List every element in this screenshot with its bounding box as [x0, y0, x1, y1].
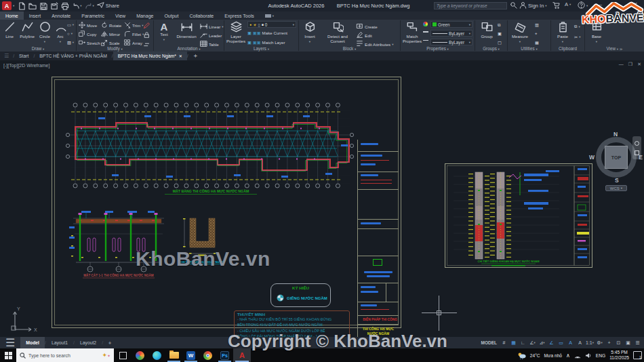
tab-express-tools[interactable]: Express Tools [219, 12, 259, 20]
match-layer-button[interactable]: ▣▣▣Match Layer [247, 40, 285, 45]
start-button[interactable] [0, 348, 16, 362]
ortho-toggle[interactable]: ∟ [519, 338, 527, 347]
notification-center-icon[interactable]: 1 [633, 351, 642, 359]
weather-label[interactable]: Mưa nhỏ [544, 353, 562, 358]
isolate-objects-toggle[interactable]: ⊡ [614, 338, 623, 347]
redo-button[interactable]: ▾ [85, 2, 94, 10]
vp-minimize-button[interactable]: — [619, 62, 624, 67]
osnap-toggle[interactable]: ∠ [547, 338, 556, 347]
tab-annotate[interactable]: Annotate [46, 12, 76, 20]
annotation-scale-toggle[interactable]: 1:1▾ [585, 338, 595, 347]
annotation-visibility-toggle[interactable]: A [566, 338, 575, 347]
layer-properties-button[interactable]: Layer Properties [226, 21, 246, 43]
detect-convert-button[interactable]: Detect and Convert [322, 21, 353, 43]
viewcube-west[interactable]: W [589, 154, 595, 161]
layout-tab-layout2[interactable]: Layout2 [75, 337, 102, 348]
open-file-button[interactable] [28, 2, 37, 10]
match-properties-button[interactable]: Match Properties [402, 21, 422, 43]
panel-title-properties[interactable]: Properties ▾ [401, 46, 475, 51]
volume-icon[interactable] [585, 353, 592, 359]
autoscale-toggle[interactable]: A [576, 338, 584, 347]
panel-title-view[interactable]: View ▾ ≫ [585, 46, 644, 51]
panel-title-modify[interactable]: Modify ▾ [77, 46, 153, 51]
undo-button[interactable]: ▾ [72, 2, 81, 10]
viewport-controls[interactable]: [-][Top][2D Wireframe] [3, 63, 49, 68]
isodraft-toggle[interactable]: ⊿▾ [538, 338, 546, 347]
vp-restore-button[interactable]: ❐ [628, 62, 632, 67]
drawing-canvas[interactable]: [-][Top][2D Wireframe] —❐✕ MẶT BẰNG THI … [0, 60, 644, 337]
autocad-app-icon[interactable]: A [2, 1, 12, 10]
dimension-button[interactable]: Dimension [174, 21, 199, 39]
panel-title-clipboard[interactable]: Clipboard [551, 46, 584, 51]
navigation-bar[interactable] [632, 136, 641, 159]
new-layout-button[interactable]: ＋ [103, 339, 117, 346]
share-button[interactable]: Share [97, 1, 119, 10]
autocad-app-icon-taskbar[interactable]: A [233, 348, 251, 362]
new-file-button[interactable] [18, 2, 26, 10]
store-cart-button[interactable] [552, 1, 560, 10]
rectangle-button[interactable]: ▭▾ [67, 22, 74, 27]
layout-tab-layout1[interactable]: Layout1 [46, 337, 73, 348]
circle-button[interactable]: Circle▾ [37, 21, 53, 44]
linetype-select[interactable]: ByLayer▾ [430, 30, 472, 37]
customization-gear-toggle[interactable]: ⚙▾ [595, 338, 604, 347]
model-space-label[interactable]: MODEL [481, 340, 497, 345]
text-button[interactable]: AText▾ [156, 21, 172, 42]
group-button[interactable]: Group [478, 21, 496, 39]
autodesk-account-button[interactable]: A▾ [565, 1, 571, 7]
taskbar-search-input[interactable]: Type here to search ✦✦ [16, 348, 114, 362]
edit-block-button[interactable]: Edit [356, 31, 372, 39]
tab-collaborate[interactable]: Collaborate [184, 12, 219, 20]
leader-button[interactable]: Leader [200, 31, 222, 39]
menu-toggle[interactable]: ☰ [633, 338, 642, 347]
vp-close-button[interactable]: ✕ [637, 62, 641, 67]
arc-button[interactable]: Arc▾ [54, 21, 67, 44]
rotate-button[interactable]: Rotate [101, 22, 121, 28]
linear-button[interactable]: Linear▾ [200, 22, 223, 31]
tab-view[interactable]: View [110, 12, 131, 20]
tab-parametric[interactable]: Parametric [76, 12, 110, 20]
file-tab-close-icon[interactable]: ✕ [179, 54, 182, 58]
measure-button[interactable]: Measure▾ [510, 21, 530, 44]
save-as-button[interactable] [50, 2, 58, 10]
tab-manage[interactable]: Manage [131, 12, 159, 20]
snap-toggle[interactable]: ▦ [509, 338, 518, 347]
sign-in-button[interactable]: Sign In▾ [519, 1, 547, 10]
file-explorer-app-icon[interactable] [165, 348, 182, 362]
tab-output[interactable]: Output [159, 12, 184, 20]
copy-clip-icon[interactable]: ⧉▾ [574, 24, 580, 29]
designer-app-icon[interactable] [132, 348, 148, 362]
tab-home[interactable]: Home [0, 12, 24, 20]
ellipse-button[interactable]: ○▾ [67, 31, 73, 36]
layer-select[interactable]: ● ☀ ▯ ■ 0 ▾ [247, 21, 296, 28]
scale-button[interactable]: Scale [101, 39, 119, 46]
id-point-icon[interactable]: ⌖ [535, 31, 537, 37]
app-menu-caret-icon[interactable]: ▾ [13, 4, 14, 7]
quick-select-icon[interactable]: ▥ [535, 22, 539, 27]
panel-title-block[interactable]: Block ▾ [299, 46, 400, 51]
panel-title-draw[interactable]: Draw ▾ [0, 46, 76, 51]
group-select-icon[interactable]: ▢ [498, 40, 502, 45]
panel-title-utilities[interactable]: Utilities ▾ [508, 46, 550, 51]
clean-screen-toggle[interactable]: ▣ [624, 338, 632, 347]
task-view-button[interactable] [114, 348, 132, 362]
temperature-label[interactable]: 24°C [530, 353, 540, 358]
explode-button[interactable] [143, 31, 150, 39]
polyline-button[interactable]: Polyline [18, 21, 36, 39]
dynamic-input-toggle[interactable]: ▭ [557, 338, 565, 347]
stretch-button[interactable]: Stretch [79, 39, 100, 46]
panel-title-annotation[interactable]: Annotation ▾ [154, 46, 224, 51]
layout-menu-icon[interactable]: ☰ [0, 336, 20, 349]
copy-button[interactable]: Copy [79, 31, 96, 37]
file-tab-inactive[interactable]: BPTC HỆ VÀNG + PHẦN NGẦM [35, 52, 112, 60]
ungroup-icon[interactable]: ⧉ [498, 22, 500, 28]
panel-title-layers[interactable]: Layers ▾ [224, 46, 298, 51]
file-tab-inactive[interactable]: Start [14, 52, 33, 60]
ribbon-display-toggle[interactable]: ▾ [260, 12, 279, 20]
lineweight-select[interactable]: ByLayer▾ [430, 39, 472, 45]
paste-button[interactable]: Paste▾ [554, 21, 571, 44]
search-icon[interactable] [510, 1, 517, 10]
photoshop-app-icon[interactable]: Ps [216, 348, 233, 362]
group-edit-icon[interactable]: ▣ [498, 31, 502, 36]
viewcube-top-face[interactable]: TOP [605, 146, 628, 169]
